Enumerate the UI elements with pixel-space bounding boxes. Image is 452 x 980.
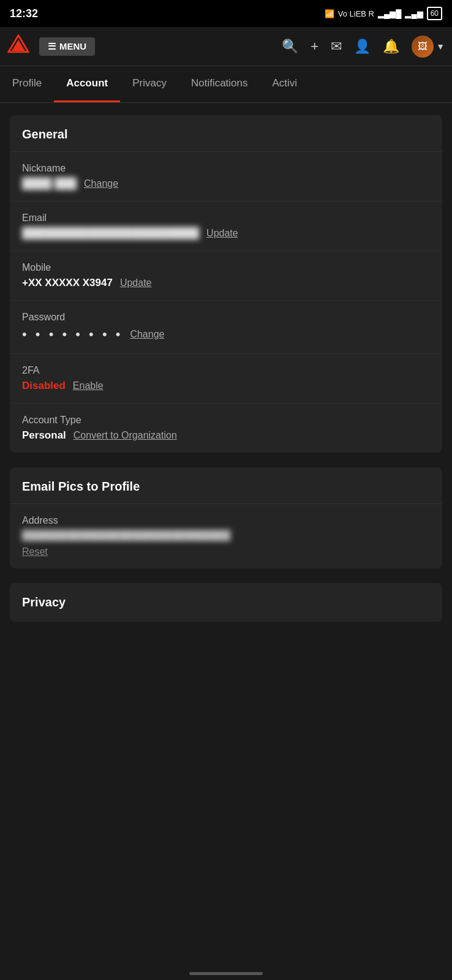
mobile-value: +XX XXXXX X3947 <box>22 277 113 289</box>
tab-privacy[interactable]: Privacy <box>120 66 179 102</box>
mobile-field: Mobile +XX XXXXX X3947 Update <box>10 251 442 301</box>
tabs: Profile Account Privacy Notifications Ac… <box>0 66 452 103</box>
tab-notifications[interactable]: Notifications <box>179 66 260 102</box>
password-field: Password • • • • • • • • Change <box>10 301 442 354</box>
status-bar: 12:32 📶 Vo LiEB R ▂▄▆█ ▂▄▆ 60 <box>0 0 452 27</box>
convert-to-org-link[interactable]: Convert to Organization <box>73 430 177 441</box>
wifi-icon: 📶 <box>325 9 334 18</box>
account-type-field: Account Type Personal Convert to Organiz… <box>10 404 442 453</box>
status-time: 12:32 <box>10 7 38 20</box>
email-pics-reset-link[interactable]: Reset <box>22 546 48 557</box>
password-label: Password <box>22 312 430 323</box>
twofa-label: 2FA <box>22 365 430 376</box>
general-title: General <box>22 127 67 141</box>
email-pics-section-header: Email Pics to Profile <box>10 467 442 504</box>
nickname-label: Nickname <box>22 163 430 174</box>
email-pics-title: Email Pics to Profile <box>22 480 140 493</box>
nickname-value: ████ ███ <box>22 178 77 190</box>
twofa-status: Disabled <box>22 380 66 392</box>
account-type-label: Account Type <box>22 415 430 426</box>
tab-account[interactable]: Account <box>54 66 120 102</box>
mobile-update-link[interactable]: Update <box>120 277 152 288</box>
menu-button[interactable]: ☰ MENU <box>39 37 95 56</box>
email-field: Email ████████████████████████ Update <box>10 202 442 251</box>
avatar-container[interactable]: 🖼 ▼ <box>412 36 445 58</box>
email-pics-address-label: Address <box>22 515 430 526</box>
email-pics-address-value: ████████████████████████████████ <box>22 530 430 540</box>
avatar: 🖼 <box>412 36 434 58</box>
home-indicator <box>189 972 263 975</box>
menu-label: MENU <box>59 41 86 51</box>
twofa-field: 2FA Disabled Enable <box>10 354 442 404</box>
tab-activity[interactable]: Activi <box>260 66 310 102</box>
signal-text: Vo LiEB R <box>338 9 374 18</box>
mail-icon[interactable]: ✉ <box>331 39 342 55</box>
privacy-title: Privacy <box>22 595 66 609</box>
privacy-section: Privacy <box>10 583 442 622</box>
bell-icon[interactable]: 🔔 <box>383 39 399 55</box>
email-label: Email <box>22 213 430 224</box>
email-update-link[interactable]: Update <box>206 228 238 239</box>
password-dots: • • • • • • • • <box>22 326 122 342</box>
email-value: ████████████████████████ <box>22 227 199 239</box>
search-icon[interactable]: 🔍 <box>282 39 298 55</box>
hamburger-icon: ☰ <box>48 41 56 52</box>
mobile-label: Mobile <box>22 262 430 273</box>
general-section-header: General <box>10 115 442 152</box>
add-icon[interactable]: + <box>311 39 318 55</box>
battery-icon: 60 <box>427 7 442 20</box>
email-pics-section: Email Pics to Profile Address ██████████… <box>10 467 442 568</box>
twofa-enable-link[interactable]: Enable <box>73 380 104 391</box>
status-icons: 📶 Vo LiEB R ▂▄▆█ ▂▄▆ 60 <box>325 7 442 20</box>
password-change-link[interactable]: Change <box>130 329 164 340</box>
account-type-value: Personal <box>22 429 66 442</box>
person-icon[interactable]: 👤 <box>354 39 371 55</box>
chevron-down-icon: ▼ <box>436 42 445 51</box>
signal-bars2-icon: ▂▄▆ <box>405 9 423 18</box>
content: General Nickname ████ ███ Change Email █… <box>0 103 452 634</box>
nickname-field: Nickname ████ ███ Change <box>10 152 442 202</box>
email-pics-address-field: Address ████████████████████████████████… <box>10 504 442 568</box>
logo-icon <box>7 34 29 59</box>
header-icons: 🔍 + ✉ 👤 🔔 🖼 ▼ <box>282 36 445 58</box>
general-section: General Nickname ████ ███ Change Email █… <box>10 115 442 453</box>
nickname-change-link[interactable]: Change <box>84 178 118 189</box>
signal-bars-icon: ▂▄▆█ <box>378 9 401 18</box>
header: ☰ MENU 🔍 + ✉ 👤 🔔 🖼 ▼ <box>0 27 452 66</box>
tab-profile[interactable]: Profile <box>0 66 54 102</box>
